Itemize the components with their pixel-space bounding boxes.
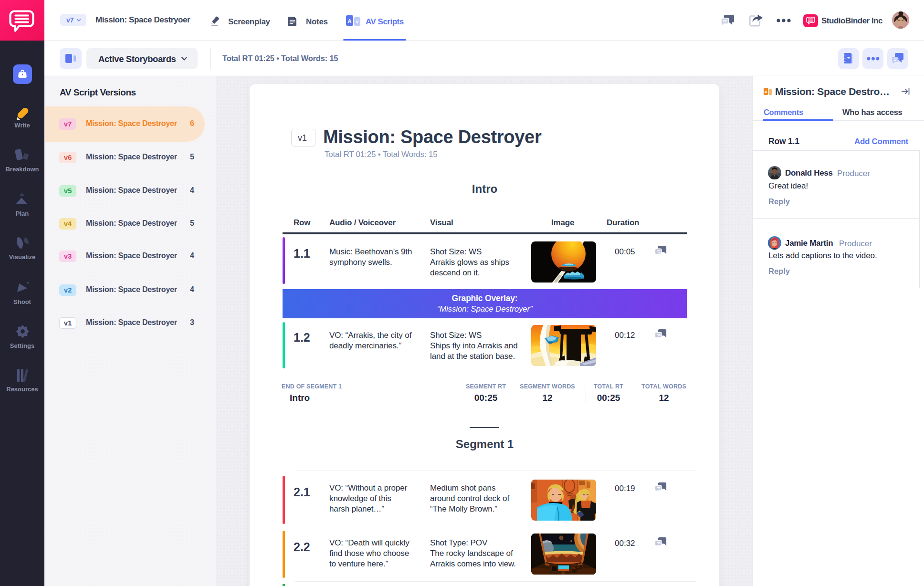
svg-text:A: A: [765, 90, 767, 94]
svg-text:A: A: [348, 18, 352, 24]
svg-text:v: v: [356, 19, 359, 24]
